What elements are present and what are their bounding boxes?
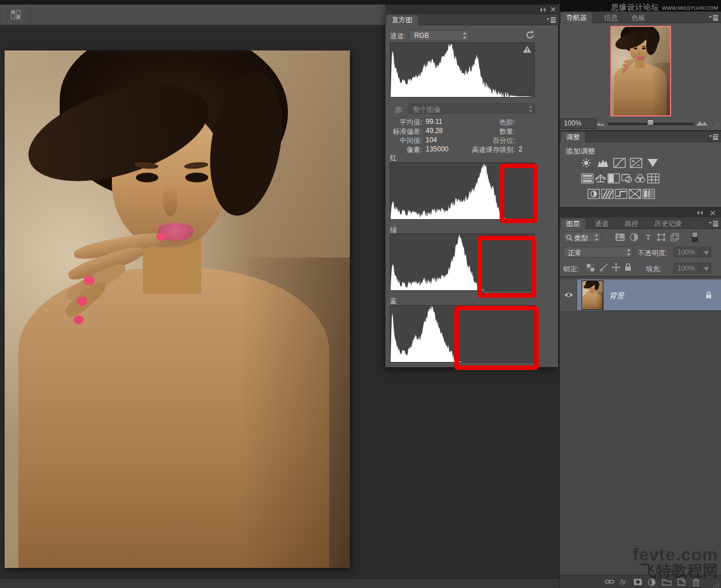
zoom-in-mountains-icon[interactable] [696, 118, 708, 126]
filter-adjustment-layers-icon[interactable] [630, 233, 638, 242]
dropdown-arrow-icon[interactable] [704, 251, 709, 255]
blend-mode-select[interactable]: 正常 [563, 247, 633, 258]
panel-menu-icon[interactable] [547, 17, 556, 23]
invert-icon[interactable] [587, 189, 600, 199]
link-layers-icon[interactable] [605, 578, 614, 585]
selective-color-icon[interactable] [642, 189, 655, 199]
photo-eye [136, 173, 159, 182]
exposure-icon[interactable] [630, 158, 642, 168]
lock-transparency-icon[interactable] [586, 263, 595, 272]
filter-smart-objects-icon[interactable] [671, 233, 679, 242]
zoom-out-mountains-icon[interactable] [597, 120, 605, 126]
refresh-icon[interactable] [525, 30, 535, 40]
red-highlight-annotation [500, 163, 537, 223]
black-and-white-icon[interactable] [607, 173, 620, 184]
panel-resize-grip[interactable] [712, 122, 719, 128]
filter-type-layers-icon[interactable]: T [644, 233, 652, 242]
fill-label: 填充: [646, 264, 661, 274]
panel-menu-icon[interactable] [709, 15, 718, 21]
brightness-contrast-icon[interactable] [580, 158, 593, 168]
threshold-icon[interactable] [615, 189, 628, 199]
dropdown-arrow-icon[interactable] [704, 267, 709, 271]
photo-eye [185, 173, 208, 182]
curves-icon[interactable] [613, 158, 626, 168]
tab-swatches[interactable]: 色板 [626, 13, 650, 23]
lock-all-icon[interactable] [625, 263, 632, 271]
fill-field[interactable]: 100% [673, 263, 711, 274]
add-layer-mask-icon[interactable] [633, 578, 642, 586]
channel-select[interactable]: RGB [410, 30, 469, 41]
opacity-field[interactable]: 100% [673, 247, 711, 258]
spinner-icon [462, 32, 467, 39]
panel-menu-icon[interactable] [709, 134, 718, 140]
navigator-tabrow: 导航器 信息 色板 [560, 11, 721, 23]
color-balance-icon[interactable] [594, 173, 607, 184]
collapse-panel-icon[interactable] [539, 7, 546, 12]
source-select[interactable]: 整个图像 [408, 103, 535, 114]
delete-layer-trash-icon[interactable] [692, 578, 700, 586]
navigator-proxy-view[interactable] [610, 26, 671, 116]
source-value: 整个图像 [413, 105, 441, 115]
photo-filter-icon[interactable] [621, 173, 633, 184]
vibrance-icon[interactable] [646, 158, 659, 168]
tab-channels[interactable]: 通道 [590, 219, 614, 229]
navigator-zoom-slider-handle[interactable] [647, 119, 654, 126]
stat-pixels-value: 135000 [426, 145, 449, 153]
layer-thumbnail-image [582, 281, 603, 309]
layer-style-fx-icon[interactable]: fx [618, 578, 628, 586]
filtering-toggle[interactable] [692, 232, 698, 242]
hue-saturation-icon[interactable] [581, 173, 594, 184]
close-panel-icon[interactable] [710, 211, 715, 216]
stat-median-label: 中间值: [390, 136, 422, 146]
layer-name[interactable]: 背景 [609, 291, 624, 301]
filter-pixel-layers-icon[interactable] [615, 233, 625, 242]
svg-text:fx: fx [620, 578, 626, 586]
navigator-zoom-field[interactable]: 100% [560, 118, 597, 129]
close-panel-icon[interactable] [551, 7, 556, 12]
layer-thumbnail[interactable] [582, 281, 603, 310]
stat-count-label: 数量: [454, 127, 515, 137]
zoom-value: 100% [564, 119, 582, 127]
tab-layers[interactable]: 图层 [561, 219, 585, 229]
source-label: 源: [395, 105, 403, 115]
channel-mixer-icon[interactable] [634, 173, 646, 184]
layers-tabrow: 图层 通道 路径 历史记录 [560, 217, 721, 229]
cached-data-warning-icon[interactable] [523, 46, 531, 53]
photo-image[interactable] [5, 50, 350, 568]
layer-visibility-cell[interactable] [560, 279, 577, 311]
histogram-panel-titlebar[interactable] [385, 5, 558, 14]
lock-pixels-brush-icon[interactable] [599, 263, 609, 272]
panel-resize-grip[interactable] [712, 581, 719, 588]
layers-group-titlebar[interactable] [560, 208, 721, 217]
tab-paths[interactable]: 路径 [619, 219, 644, 229]
layer-filter-kind-select[interactable]: 类型 [563, 232, 601, 243]
panel-layout-icon[interactable] [9, 9, 23, 21]
channel-value: RGB [414, 32, 429, 40]
tab-histogram[interactable]: 直方图 [387, 15, 418, 25]
tab-info[interactable]: 信息 [599, 13, 623, 23]
background-lock-icon[interactable] [706, 291, 712, 299]
photo-nail [156, 233, 166, 241]
tab-adjustments[interactable]: 调整 [561, 132, 585, 142]
new-group-folder-icon[interactable] [662, 578, 672, 586]
new-adjustment-layer-icon[interactable] [648, 578, 656, 586]
panel-menu-icon[interactable] [709, 221, 718, 227]
tab-history[interactable]: 历史记录 [649, 219, 687, 229]
eye-icon[interactable] [564, 291, 574, 298]
stat-std-label: 标准偏差: [385, 127, 422, 137]
spinner-icon [528, 106, 533, 112]
collapse-panel-icon[interactable] [696, 211, 703, 215]
color-lookup-icon[interactable] [647, 173, 660, 184]
red-channel-label: 红 [390, 153, 397, 163]
watermark-forum-url: WWW.MISSYUAN.COM [662, 5, 718, 11]
levels-icon[interactable] [597, 158, 609, 168]
tab-navigator[interactable]: 导航器 [561, 13, 592, 23]
posterize-icon[interactable] [601, 189, 614, 199]
new-layer-icon[interactable] [677, 578, 685, 586]
photo-nose [163, 185, 178, 216]
lock-position-move-icon[interactable] [611, 263, 621, 272]
filter-shape-layers-icon[interactable] [657, 233, 666, 242]
layer-row-background[interactable]: 背景 [560, 279, 721, 311]
gradient-map-icon[interactable] [629, 189, 641, 199]
histogram-tabrow: 直方图 [385, 14, 558, 25]
